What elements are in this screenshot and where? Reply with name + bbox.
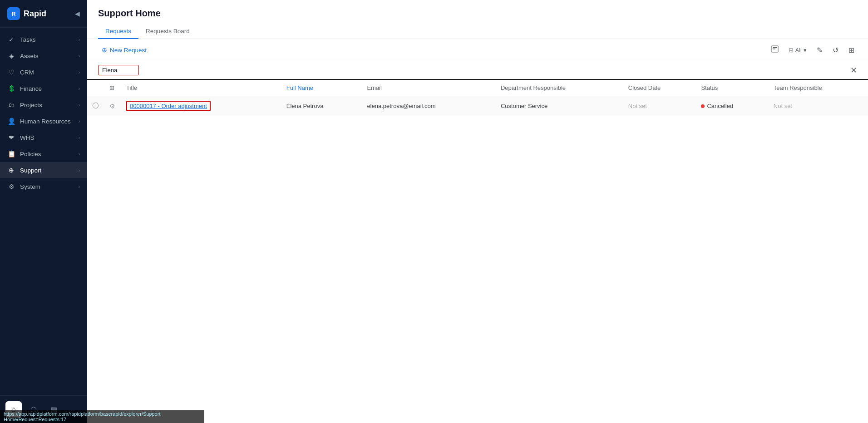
sidebar-item-crm[interactable]: ♡ CRM › (0, 64, 87, 80)
search-clear-button[interactable]: ✕ (850, 65, 857, 75)
status-dot (701, 104, 705, 108)
sidebar-item-assets[interactable]: ◈ Assets › (0, 48, 87, 64)
sidebar-item-label: Human Resources (20, 118, 71, 125)
col-header-closed-date[interactable]: Closed Date (623, 80, 696, 96)
columns-icon: ⊞ (848, 46, 854, 54)
support-icon: ⊕ (7, 167, 15, 174)
col-header-team[interactable]: Team Responsible (768, 80, 868, 96)
export-icon (771, 45, 779, 54)
edit-icon: ✎ (817, 46, 823, 54)
row-closed-date-cell: Not set (623, 96, 696, 116)
refresh-icon: ↺ (833, 46, 838, 54)
crm-icon: ♡ (7, 69, 15, 76)
refresh-button[interactable]: ↺ (830, 44, 841, 56)
row-email-cell: elena.petrova@email.com (361, 96, 495, 116)
chevron-right-icon: › (79, 37, 80, 42)
sidebar-item-policies[interactable]: 📋 Policies › (0, 146, 87, 162)
col-header-email[interactable]: Email (361, 80, 495, 96)
chevron-right-icon: › (79, 86, 80, 91)
status-badge: Cancelled (701, 103, 762, 109)
page-title: Support Home (98, 8, 857, 19)
assets-icon: ◈ (7, 52, 15, 59)
sidebar-item-label: Finance (20, 85, 42, 92)
sidebar-item-system[interactable]: ⚙ System › (0, 178, 87, 195)
sidebar-item-human-resources[interactable]: 👤 Human Resources › (0, 113, 87, 129)
filter-button[interactable]: ⊟ All ▾ (786, 45, 809, 55)
filter-icon: ⊟ (789, 47, 794, 54)
filter-chevron-icon: ▾ (804, 47, 807, 54)
sidebar-item-label: Tasks (20, 36, 36, 43)
app-logo-icon: R (7, 7, 20, 20)
projects-icon: 🗂 (7, 101, 15, 108)
toolbar-right: ⊟ All ▾ ✎ ↺ ⊞ (769, 44, 857, 56)
tab-bar: Requests Requests Board (98, 24, 857, 39)
row-title-cell[interactable]: 00000017 - Order adjustment (121, 96, 281, 116)
chevron-right-icon: › (79, 103, 80, 108)
page-header: Support Home Requests Requests Board (87, 0, 868, 39)
sidebar-item-label: Support (20, 167, 41, 174)
row-radio-input[interactable] (93, 103, 99, 108)
sidebar-item-finance[interactable]: 💲 Finance › (0, 80, 87, 97)
title-link[interactable]: 00000017 - Order adjustment (126, 101, 211, 111)
columns-button[interactable]: ⊞ (846, 44, 857, 56)
svg-rect-1 (773, 47, 777, 48)
sidebar-logo: R Rapid ◀ (0, 0, 87, 28)
sidebar-item-tasks[interactable]: ✓ Tasks › (0, 31, 87, 48)
col-header-status[interactable]: Status (695, 80, 768, 96)
grid-icon: ⊞ (109, 84, 114, 91)
sidebar-item-label: System (20, 183, 40, 190)
sidebar-item-whs[interactable]: ❤ WHS › (0, 129, 87, 146)
chevron-right-icon: › (79, 54, 80, 59)
row-full-name-cell: Elena Petrova (281, 96, 362, 116)
chevron-right-icon: › (79, 152, 80, 157)
sidebar-nav: ✓ Tasks › ◈ Assets › ♡ CRM › 💲 Finance ›… (0, 28, 87, 395)
sidebar-item-label: CRM (20, 69, 34, 76)
sidebar: R Rapid ◀ ✓ Tasks › ◈ Assets › ♡ CRM › 💲… (0, 0, 87, 423)
toolbar: ⊕ New Request ⊟ All ▾ ✎ (87, 39, 868, 61)
export-button[interactable] (769, 44, 781, 56)
policies-icon: 📋 (7, 150, 15, 157)
sidebar-item-support[interactable]: ⊕ Support › (0, 162, 87, 178)
sidebar-item-label: WHS (20, 134, 35, 141)
row-status-cell: Cancelled (695, 96, 768, 116)
main-content: Support Home Requests Requests Board ⊕ N… (87, 0, 868, 423)
row-icon-cell: ⚙ (104, 96, 121, 116)
tasks-icon: ✓ (7, 36, 15, 43)
chevron-right-icon: › (79, 119, 80, 124)
svg-rect-2 (773, 49, 775, 49)
chevron-right-icon: › (79, 184, 80, 189)
table-row: ⚙ 00000017 - Order adjustment Elena Petr… (87, 96, 868, 116)
chevron-right-icon: › (79, 135, 80, 140)
sidebar-item-label: Projects (20, 102, 42, 108)
sidebar-item-projects[interactable]: 🗂 Projects › (0, 97, 87, 113)
data-table: ⊞ Title Full Name Email Department Respo… (87, 80, 868, 423)
app-name: Rapid (24, 9, 46, 19)
tab-requests-board[interactable]: Requests Board (138, 24, 197, 39)
search-bar: ✕ (87, 61, 868, 80)
sidebar-item-label: Policies (20, 151, 41, 157)
row-select-cell[interactable] (87, 96, 104, 116)
status-bar-url: https://app.rapidplatform.com/rapidplatf… (0, 410, 204, 423)
close-icon: ✕ (850, 66, 857, 75)
col-header-department[interactable]: Department Responsible (495, 80, 623, 96)
col-header-select (87, 80, 104, 96)
new-request-icon: ⊕ (102, 46, 107, 54)
system-icon: ⚙ (7, 183, 15, 190)
col-header-icon: ⊞ (104, 80, 121, 96)
whs-icon: ❤ (7, 134, 15, 141)
edit-button[interactable]: ✎ (814, 44, 825, 56)
row-team-cell: Not set (768, 96, 868, 116)
row-action-icon: ⚙ (109, 103, 115, 110)
chevron-right-icon: › (79, 168, 80, 173)
finance-icon: 💲 (7, 85, 15, 92)
human-resources-icon: 👤 (7, 118, 15, 125)
row-department-cell: Customer Service (495, 96, 623, 116)
chevron-right-icon: › (79, 70, 80, 75)
search-input[interactable] (98, 65, 139, 75)
col-header-title[interactable]: Title (121, 80, 281, 96)
col-header-full-name[interactable]: Full Name (281, 80, 362, 96)
tab-requests[interactable]: Requests (98, 24, 138, 39)
new-request-button[interactable]: ⊕ New Request (98, 44, 150, 55)
sidebar-item-label: Assets (20, 53, 39, 59)
sidebar-collapse-button[interactable]: ◀ (75, 10, 80, 17)
